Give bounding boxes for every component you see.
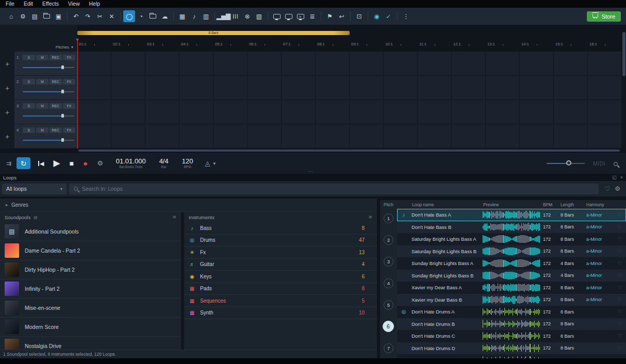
favorite-button[interactable]: ♡ <box>614 236 626 242</box>
loop-row[interactable]: Saturday Bright Lights Bass B1728 Barsa-… <box>397 245 626 258</box>
vertical-scrollbar-thumb[interactable] <box>622 32 625 76</box>
waveform-preview[interactable] <box>483 235 540 243</box>
mastering-button[interactable]: ▧ <box>253 10 265 22</box>
pitch-button-4[interactable]: 4 <box>384 278 393 288</box>
instrument-filter-synth[interactable]: ▦Synth10 <box>184 307 377 320</box>
loop-row[interactable]: Xavier my Dear Bass A1728 Barsa-Minor♡ <box>397 282 626 294</box>
beatbox-button[interactable]: ▦ <box>176 10 188 22</box>
favorite-button[interactable]: ♡ <box>614 321 626 327</box>
horizontal-scrollbar-thumb[interactable] <box>78 150 620 152</box>
instrument-filter-drums[interactable]: ◎Drums47 <box>184 235 377 247</box>
import-file-button[interactable] <box>147 10 159 22</box>
track-3-s-button[interactable]: S <box>23 103 35 109</box>
track-4-m-button[interactable]: M <box>36 127 48 133</box>
slider-thumb[interactable] <box>61 114 64 118</box>
transport-settings-button[interactable]: ⚙ <box>97 159 103 167</box>
add-track-button[interactable]: + <box>0 124 14 148</box>
pitch-button-7[interactable]: 7 <box>384 343 393 353</box>
task-check-button[interactable]: ✓ <box>383 10 394 22</box>
loop-row[interactable]: ♪Don't Hate Bass A1728 Barsa-Minor♡ <box>397 209 626 221</box>
soundpool-item[interactable]: Modern Score <box>0 318 181 337</box>
tempo-display[interactable]: 120 BPM <box>182 157 193 169</box>
track-1-s-button[interactable]: S <box>23 55 35 60</box>
track-4-volume-slider[interactable] <box>23 138 74 142</box>
object-editor-button[interactable]: ◉ <box>371 10 383 22</box>
waveform-preview[interactable] <box>483 344 540 352</box>
waveform-preview[interactable] <box>483 271 540 279</box>
track-header-1[interactable]: 1SMRECFX <box>14 52 77 76</box>
track-3-m-button[interactable]: M <box>36 103 48 109</box>
audio-record-button[interactable]: ◔ <box>135 10 147 22</box>
track-1-fx-button[interactable]: FX <box>63 55 75 60</box>
track-3-rec-button[interactable]: REC <box>50 103 62 109</box>
new-project-button[interactable]: ▤ <box>29 10 41 22</box>
vertical-scrollbar[interactable] <box>622 31 626 148</box>
effects-button[interactable]: ⊗ <box>241 10 253 22</box>
favorite-button[interactable]: ♡ <box>614 224 626 230</box>
pitch-button-3[interactable]: 3 <box>384 257 393 267</box>
loop-row[interactable] <box>397 354 626 358</box>
soundpool-item[interactable]: Mise-en-scene <box>0 299 181 318</box>
instrument-filter-bass[interactable]: ♪Bass8 <box>184 222 377 235</box>
save-project-button[interactable]: ▣ <box>53 10 64 22</box>
instrument-filter-sequences[interactable]: ▦Sequences5 <box>184 295 377 307</box>
master-volume-slider[interactable] <box>547 160 585 166</box>
loop-row[interactable]: Don't Hate Drums C1728 Bars♡ <box>397 330 626 342</box>
playhead[interactable] <box>77 39 78 148</box>
favorite-button[interactable]: ♡ <box>614 212 626 218</box>
track-2-m-button[interactable]: M <box>36 79 48 85</box>
open-project-button[interactable] <box>41 10 53 22</box>
delete-button[interactable]: ✕ <box>106 10 118 22</box>
record-button[interactable]: ● <box>83 159 88 168</box>
track-2-volume-slider[interactable] <box>23 90 74 93</box>
favorite-button[interactable]: ♡ <box>614 309 626 315</box>
loop-row[interactable]: Don't Hate Bass B1728 Barsa-Minor♡ <box>397 221 626 234</box>
stop-button[interactable]: ■ <box>70 159 74 168</box>
pitches-column-header[interactable]: Pitches ▾ <box>56 45 73 49</box>
waveform-preview[interactable] <box>483 320 540 328</box>
soundpool-browser-button[interactable]: ♪ <box>188 10 200 22</box>
loop-region-button[interactable]: ◯ <box>123 10 135 22</box>
track-header-2[interactable]: 2SMRECFX <box>14 76 77 100</box>
menu-edit[interactable]: Edit <box>19 0 38 8</box>
loop-toggle-button[interactable]: ↻ <box>17 157 30 169</box>
metronome-button[interactable]: ◬ <box>205 159 210 167</box>
track-3-volume-slider[interactable] <box>23 114 74 118</box>
favorite-button[interactable]: ♡ <box>614 285 626 290</box>
timeline-ruler[interactable]: 01:102:103:104:105:106:107:108:109:110:1… <box>77 39 622 52</box>
object-list-button[interactable]: ≣ <box>306 10 318 22</box>
pitch-button-2[interactable]: 2 <box>384 235 393 245</box>
track-header-4[interactable]: 4SMRECFX <box>14 124 77 148</box>
program-monitor-button[interactable] <box>283 10 294 22</box>
slider-thumb[interactable] <box>61 138 64 142</box>
waveform-preview[interactable] <box>483 223 540 231</box>
time-signature-display[interactable]: 4/4 Bar <box>159 157 169 169</box>
loop-row[interactable]: Sunday Bright Lights Bass B1724 Barsa-Mi… <box>397 270 626 282</box>
menu-effects[interactable]: Effects <box>38 0 63 8</box>
marker-button[interactable]: ⚑ <box>324 10 336 22</box>
cloud-import-button[interactable]: ☁ <box>159 10 171 22</box>
track-1-volume-slider[interactable] <box>23 65 74 69</box>
audio-editor-button[interactable]: ▂▅▇ <box>218 10 229 22</box>
loop-row[interactable]: Don't Hate Drums B1728 Bars♡ <box>397 318 626 330</box>
loop-row[interactable]: Saturday Bright Lights Bass A1728 Barsa-… <box>397 233 626 245</box>
picture-in-picture-button[interactable]: ⊡ <box>353 10 365 22</box>
loops-settings-button[interactable]: ⚙ <box>615 185 620 192</box>
soundpool-item[interactable]: ▤Additional Soundpools <box>0 222 181 241</box>
soundpool-item[interactable]: Nostalgia Drive <box>0 337 181 350</box>
horizontal-scrollbar[interactable] <box>77 148 622 152</box>
mixer-button[interactable]: ☰ <box>229 10 241 22</box>
favorite-button[interactable]: ♡ <box>614 297 626 303</box>
clear-soundpool-filter-button[interactable]: ≋ <box>172 214 176 220</box>
play-button[interactable]: ▶ <box>54 158 60 169</box>
loop-row[interactable]: Don't Hate Drums D1728 Bars♡ <box>397 342 626 355</box>
cut-button[interactable]: ✂ <box>94 10 106 22</box>
undo-button[interactable]: ↶ <box>70 10 82 22</box>
waveform-preview[interactable] <box>483 295 540 304</box>
menu-file[interactable]: File <box>1 0 19 8</box>
genres-section[interactable]: ▸ Genres <box>0 198 377 212</box>
soundpool-item[interactable]: Dirty HipHop - Part 2 <box>0 260 181 279</box>
waveform-preview[interactable] <box>483 211 540 219</box>
add-track-button[interactable]: + <box>0 76 14 100</box>
favorite-button[interactable]: ♡ <box>614 345 626 351</box>
